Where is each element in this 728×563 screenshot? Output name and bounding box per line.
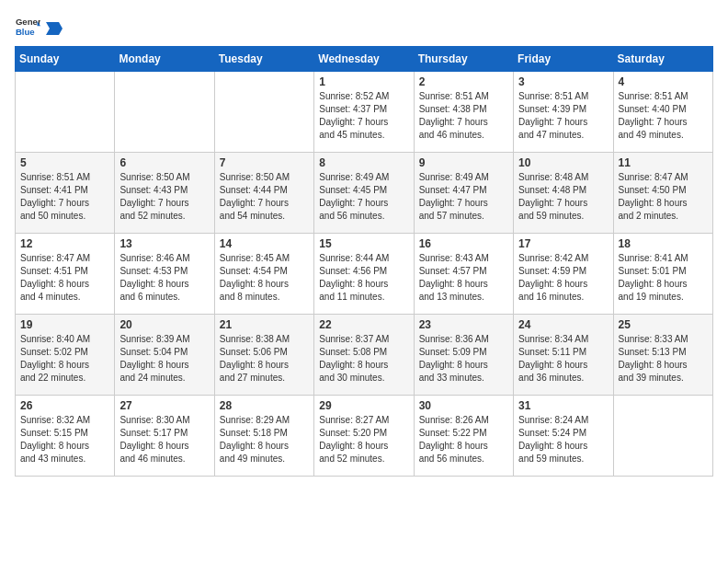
day-info: Sunrise: 8:45 AM Sunset: 4:54 PM Dayligh…: [220, 252, 309, 304]
day-of-week-header: Sunday: [16, 47, 115, 72]
day-info: Sunrise: 8:39 AM Sunset: 5:04 PM Dayligh…: [119, 333, 209, 385]
calendar-week-row: 1Sunrise: 8:52 AM Sunset: 4:37 PM Daylig…: [16, 72, 713, 153]
svg-text:Blue: Blue: [16, 27, 35, 37]
day-info: Sunrise: 8:51 AM Sunset: 4:40 PM Dayligh…: [619, 90, 708, 142]
calendar-cell: 16Sunrise: 8:43 AM Sunset: 4:57 PM Dayli…: [414, 234, 513, 315]
calendar-cell: 13Sunrise: 8:46 AM Sunset: 4:53 PM Dayli…: [115, 234, 214, 315]
day-info: Sunrise: 8:47 AM Sunset: 4:51 PM Dayligh…: [20, 252, 109, 304]
day-info: Sunrise: 8:51 AM Sunset: 4:41 PM Dayligh…: [20, 171, 109, 223]
calendar-week-row: 5Sunrise: 8:51 AM Sunset: 4:41 PM Daylig…: [16, 153, 713, 234]
day-info: Sunrise: 8:32 AM Sunset: 5:15 PM Dayligh…: [20, 414, 109, 465]
calendar-cell: 5Sunrise: 8:51 AM Sunset: 4:41 PM Daylig…: [16, 153, 115, 234]
day-number: 28: [220, 399, 309, 412]
day-number: 12: [20, 237, 109, 250]
calendar-cell: [214, 72, 313, 153]
calendar-cell: 12Sunrise: 8:47 AM Sunset: 4:51 PM Dayli…: [16, 234, 115, 315]
day-info: Sunrise: 8:46 AM Sunset: 4:53 PM Dayligh…: [119, 252, 209, 304]
day-number: 4: [619, 75, 708, 88]
svg-text:General: General: [16, 17, 40, 27]
day-info: Sunrise: 8:33 AM Sunset: 5:13 PM Dayligh…: [619, 333, 708, 385]
calendar-cell: 10Sunrise: 8:48 AM Sunset: 4:48 PM Dayli…: [514, 153, 613, 234]
day-number: 16: [419, 237, 508, 250]
day-number: 26: [20, 399, 109, 412]
days-of-week-row: SundayMondayTuesdayWednesdayThursdayFrid…: [16, 47, 713, 72]
day-info: Sunrise: 8:36 AM Sunset: 5:09 PM Dayligh…: [419, 333, 508, 385]
day-info: Sunrise: 8:43 AM Sunset: 4:57 PM Dayligh…: [419, 252, 508, 304]
calendar-cell: 25Sunrise: 8:33 AM Sunset: 5:13 PM Dayli…: [613, 315, 712, 396]
calendar-cell: [16, 72, 115, 153]
logo: General Blue: [15, 15, 63, 40]
day-number: 25: [619, 318, 708, 331]
day-number: 2: [419, 75, 508, 88]
day-number: 27: [119, 399, 209, 412]
day-number: 14: [220, 237, 309, 250]
calendar-cell: 11Sunrise: 8:47 AM Sunset: 4:50 PM Dayli…: [613, 153, 712, 234]
day-info: Sunrise: 8:42 AM Sunset: 4:59 PM Dayligh…: [518, 252, 608, 304]
day-of-week-header: Wednesday: [314, 47, 414, 72]
svg-marker-4: [46, 22, 63, 35]
day-info: Sunrise: 8:24 AM Sunset: 5:24 PM Dayligh…: [518, 414, 608, 465]
calendar-cell: 18Sunrise: 8:41 AM Sunset: 5:01 PM Dayli…: [613, 234, 712, 315]
day-info: Sunrise: 8:26 AM Sunset: 5:22 PM Dayligh…: [419, 414, 508, 465]
day-number: 29: [319, 399, 408, 412]
calendar-cell: [613, 396, 712, 477]
calendar-cell: 21Sunrise: 8:38 AM Sunset: 5:06 PM Dayli…: [214, 315, 313, 396]
calendar-cell: 4Sunrise: 8:51 AM Sunset: 4:40 PM Daylig…: [613, 72, 712, 153]
calendar-cell: 26Sunrise: 8:32 AM Sunset: 5:15 PM Dayli…: [16, 396, 115, 477]
calendar-cell: 31Sunrise: 8:24 AM Sunset: 5:24 PM Dayli…: [514, 396, 613, 477]
day-info: Sunrise: 8:41 AM Sunset: 5:01 PM Dayligh…: [619, 252, 708, 304]
calendar-cell: 28Sunrise: 8:29 AM Sunset: 5:18 PM Dayli…: [214, 396, 313, 477]
calendar-week-row: 19Sunrise: 8:40 AM Sunset: 5:02 PM Dayli…: [16, 315, 713, 396]
day-number: 22: [319, 318, 408, 331]
day-of-week-header: Tuesday: [214, 47, 313, 72]
day-of-week-header: Saturday: [613, 47, 712, 72]
calendar-cell: [115, 72, 214, 153]
calendar-cell: 22Sunrise: 8:37 AM Sunset: 5:08 PM Dayli…: [314, 315, 414, 396]
day-number: 30: [419, 399, 508, 412]
day-info: Sunrise: 8:34 AM Sunset: 5:11 PM Dayligh…: [518, 333, 608, 385]
calendar-cell: 6Sunrise: 8:50 AM Sunset: 4:43 PM Daylig…: [115, 153, 214, 234]
day-info: Sunrise: 8:49 AM Sunset: 4:45 PM Dayligh…: [319, 171, 408, 223]
day-info: Sunrise: 8:37 AM Sunset: 5:08 PM Dayligh…: [319, 333, 408, 385]
day-info: Sunrise: 8:51 AM Sunset: 4:39 PM Dayligh…: [518, 90, 608, 142]
page-header: General Blue: [15, 15, 713, 40]
day-number: 31: [518, 399, 608, 412]
calendar-cell: 29Sunrise: 8:27 AM Sunset: 5:20 PM Dayli…: [314, 396, 414, 477]
day-number: 13: [119, 237, 209, 250]
day-number: 10: [518, 156, 608, 169]
calendar-cell: 15Sunrise: 8:44 AM Sunset: 4:56 PM Dayli…: [314, 234, 414, 315]
day-number: 6: [119, 156, 209, 169]
day-number: 18: [619, 237, 708, 250]
calendar-cell: 17Sunrise: 8:42 AM Sunset: 4:59 PM Dayli…: [514, 234, 613, 315]
day-info: Sunrise: 8:50 AM Sunset: 4:43 PM Dayligh…: [119, 171, 209, 223]
calendar-cell: 24Sunrise: 8:34 AM Sunset: 5:11 PM Dayli…: [514, 315, 613, 396]
calendar-body: 1Sunrise: 8:52 AM Sunset: 4:37 PM Daylig…: [16, 72, 713, 477]
day-number: 19: [20, 318, 109, 331]
calendar-cell: 7Sunrise: 8:50 AM Sunset: 4:44 PM Daylig…: [214, 153, 313, 234]
day-info: Sunrise: 8:48 AM Sunset: 4:48 PM Dayligh…: [518, 171, 608, 223]
day-number: 17: [518, 237, 608, 250]
day-number: 7: [220, 156, 309, 169]
day-number: 1: [319, 75, 408, 88]
calendar-cell: 3Sunrise: 8:51 AM Sunset: 4:39 PM Daylig…: [514, 72, 613, 153]
day-number: 8: [319, 156, 408, 169]
day-of-week-header: Thursday: [414, 47, 513, 72]
day-info: Sunrise: 8:50 AM Sunset: 4:44 PM Dayligh…: [220, 171, 309, 223]
day-info: Sunrise: 8:49 AM Sunset: 4:47 PM Dayligh…: [419, 171, 508, 223]
day-number: 23: [419, 318, 508, 331]
day-number: 21: [220, 318, 309, 331]
day-number: 20: [119, 318, 209, 331]
day-number: 5: [20, 156, 109, 169]
day-info: Sunrise: 8:38 AM Sunset: 5:06 PM Dayligh…: [220, 333, 309, 385]
day-info: Sunrise: 8:44 AM Sunset: 4:56 PM Dayligh…: [319, 252, 408, 304]
calendar-cell: 14Sunrise: 8:45 AM Sunset: 4:54 PM Dayli…: [214, 234, 313, 315]
day-number: 24: [518, 318, 608, 331]
day-number: 3: [518, 75, 608, 88]
day-info: Sunrise: 8:29 AM Sunset: 5:18 PM Dayligh…: [220, 414, 309, 465]
calendar-cell: 20Sunrise: 8:39 AM Sunset: 5:04 PM Dayli…: [115, 315, 214, 396]
day-info: Sunrise: 8:30 AM Sunset: 5:17 PM Dayligh…: [119, 414, 209, 465]
logo-icon: General Blue: [15, 15, 40, 40]
calendar-cell: 1Sunrise: 8:52 AM Sunset: 4:37 PM Daylig…: [314, 72, 414, 153]
day-of-week-header: Monday: [115, 47, 214, 72]
calendar-week-row: 26Sunrise: 8:32 AM Sunset: 5:15 PM Dayli…: [16, 396, 713, 477]
